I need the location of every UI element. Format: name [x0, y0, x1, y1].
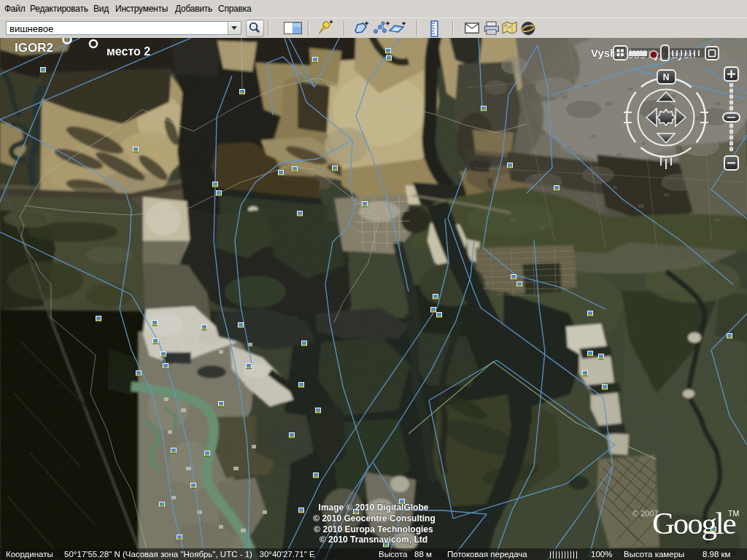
- svg-text:Google: Google: [652, 506, 736, 540]
- svg-text:© 2010 Transnavicom, Ltd: © 2010 Transnavicom, Ltd: [320, 534, 427, 545]
- svg-text:место 2: место 2: [107, 45, 150, 58]
- svg-text:© 2010 Geocentre Consulting: © 2010 Geocentre Consulting: [313, 513, 436, 524]
- svg-text:TM: TM: [728, 509, 739, 518]
- svg-text:© 2010 Europa Technologies: © 2010 Europa Technologies: [314, 524, 433, 534]
- svg-text:Image © 2010 DigitalGlobe: Image © 2010 DigitalGlobe: [319, 502, 429, 513]
- svg-text:IGOR2: IGOR2: [15, 41, 53, 55]
- svg-text:Vysh: Vysh: [591, 47, 616, 59]
- svg-text:N: N: [663, 72, 670, 82]
